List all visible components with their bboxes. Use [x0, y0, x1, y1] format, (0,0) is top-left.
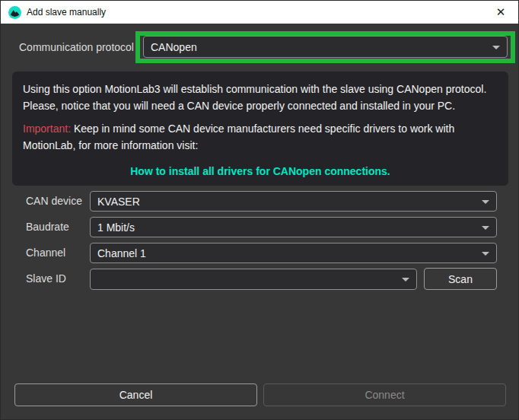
- scan-button[interactable]: Scan: [424, 268, 497, 290]
- cancel-button[interactable]: Cancel: [14, 383, 257, 406]
- protocol-dropdown[interactable]: CANopen: [143, 36, 508, 58]
- channel-label: Channel: [26, 243, 65, 263]
- can-device-value: KVASER: [97, 196, 140, 208]
- baudrate-label: Baudrate: [26, 217, 69, 237]
- dialog-body: Communication protocol CANopen Using thi…: [1, 24, 518, 419]
- chevron-down-icon: [402, 278, 409, 282]
- baudrate-value: 1 Mbit/s: [97, 221, 135, 234]
- close-icon[interactable]: ✕: [483, 1, 518, 24]
- can-device-label: CAN device: [26, 191, 82, 212]
- drivers-help-link[interactable]: How to install all drivers for CANopen c…: [130, 165, 390, 177]
- chevron-down-icon: [482, 200, 489, 204]
- window-title: Add slave manually: [27, 7, 106, 18]
- title-bar: Add slave manually ✕: [1, 1, 518, 24]
- protocol-label: Communication protocol: [19, 31, 134, 63]
- slave-id-label: Slave ID: [26, 269, 66, 289]
- important-paragraph: Important: Keep in mind some CAN device …: [23, 120, 498, 154]
- channel-value: Channel 1: [97, 247, 146, 259]
- chevron-down-icon: [482, 252, 489, 256]
- protocol-value: CANopen: [151, 41, 197, 53]
- connect-button[interactable]: Connect: [263, 383, 506, 406]
- link-line: How to install all drivers for CANopen c…: [23, 163, 498, 180]
- important-text: Keep in mind some CAN device manufacture…: [23, 123, 454, 151]
- info-paragraph: Using this option MotionLab3 will establ…: [23, 81, 498, 114]
- chevron-down-icon: [492, 46, 500, 49]
- add-slave-dialog: Add slave manually ✕ Communication proto…: [0, 0, 519, 420]
- info-box: Using this option MotionLab3 will establ…: [12, 72, 508, 186]
- highlight-box: CANopen: [135, 31, 515, 63]
- baudrate-dropdown[interactable]: 1 Mbit/s: [90, 217, 497, 237]
- chevron-down-icon: [482, 226, 489, 230]
- can-device-dropdown[interactable]: KVASER: [90, 191, 497, 212]
- slave-id-dropdown[interactable]: [90, 269, 417, 290]
- app-logo-icon: [8, 6, 21, 19]
- important-label: Important:: [23, 123, 71, 135]
- channel-dropdown[interactable]: Channel 1: [90, 243, 497, 263]
